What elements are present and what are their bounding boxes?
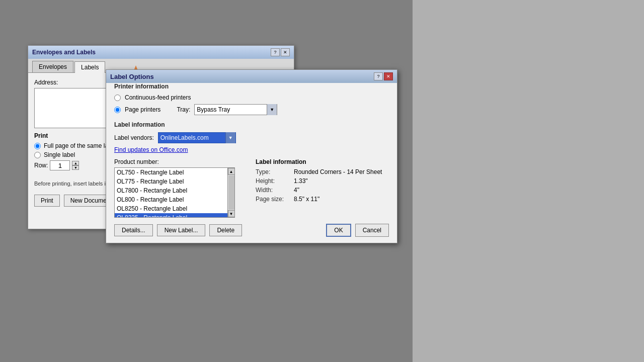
height-row: Height: 1.33" bbox=[256, 177, 389, 185]
page-printers-radio[interactable] bbox=[114, 107, 121, 113]
type-value: Rounded Corners - 14 Per Sheet bbox=[294, 168, 382, 175]
printer-info-title: Printer information bbox=[114, 83, 389, 90]
product-list: OL750 - Rectangle Label OL775 - Rectangl… bbox=[114, 167, 235, 218]
full-page-radio[interactable] bbox=[34, 143, 41, 149]
env-close-button[interactable]: ✕ bbox=[281, 48, 290, 56]
label-info-section: Label information Label vendors: OnlineL… bbox=[114, 121, 389, 153]
address-box bbox=[34, 88, 110, 128]
page-size-key: Page size: bbox=[256, 196, 291, 203]
details-button[interactable]: Details... bbox=[114, 224, 153, 236]
page-size-value: 8.5" x 11" bbox=[294, 196, 319, 203]
row-spinner: ▲ ▼ bbox=[72, 161, 79, 170]
lbl-dialog-content: Printer information Continuous-feed prin… bbox=[106, 83, 397, 243]
list-item[interactable]: OL800 - Rectangle Label bbox=[115, 195, 234, 204]
scroll-up-button[interactable]: ▲ bbox=[228, 168, 235, 175]
tab-labels[interactable]: Labels bbox=[74, 61, 105, 73]
list-item-selected[interactable]: OL8325 - Rectangle Label bbox=[115, 213, 234, 218]
single-label-label: Single label bbox=[44, 151, 75, 158]
lbl-close-button[interactable]: ✕ bbox=[384, 72, 393, 80]
type-row: Type: Rounded Corners - 14 Per Sheet bbox=[256, 168, 389, 175]
label-info-title: Label information bbox=[114, 121, 389, 128]
continuous-feed-radio[interactable] bbox=[114, 95, 121, 101]
vendor-dropdown-arrow[interactable]: ▼ bbox=[225, 132, 235, 143]
delete-button[interactable]: Delete bbox=[209, 224, 242, 236]
right-panel bbox=[413, 0, 644, 362]
product-number-col: Product number: OL750 - Rectangle Label … bbox=[114, 158, 248, 218]
row-number-input[interactable] bbox=[50, 160, 70, 170]
vendor-value: OnlineLabels.com bbox=[158, 133, 225, 142]
env-help-button[interactable]: ? bbox=[271, 48, 280, 56]
env-title-buttons: ? ✕ bbox=[271, 48, 290, 56]
lbl-bottom-buttons: Details... New Label... Delete OK Cancel bbox=[114, 224, 389, 237]
height-value: 1.33" bbox=[294, 177, 308, 185]
lbl-cancel-button[interactable]: Cancel bbox=[355, 224, 389, 237]
lbl-dialog-title: Label Options bbox=[110, 73, 154, 80]
print-button[interactable]: Print bbox=[34, 195, 60, 207]
vendor-row: Label vendors: OnlineLabels.com ▼ bbox=[114, 132, 389, 143]
lbl-title-buttons: ? ✕ bbox=[374, 72, 393, 80]
lbl-help-button[interactable]: ? bbox=[374, 72, 383, 80]
vendor-label: Label vendors: bbox=[114, 134, 154, 141]
tray-dropdown-arrow[interactable]: ▼ bbox=[267, 104, 277, 115]
list-item[interactable]: OL750 - Rectangle Label bbox=[115, 168, 234, 177]
height-key: Height: bbox=[256, 177, 291, 185]
page-size-row: Page size: 8.5" x 11" bbox=[256, 196, 389, 203]
tab-envelopes[interactable]: Envelopes bbox=[32, 61, 73, 72]
printer-info-section: Printer information Continuous-feed prin… bbox=[114, 83, 389, 115]
single-label-radio[interactable] bbox=[34, 152, 41, 158]
continuous-feed-label: Continuous-feed printers bbox=[125, 94, 191, 101]
ok-button[interactable]: OK bbox=[326, 224, 351, 237]
lbl-right-buttons: OK Cancel bbox=[326, 224, 389, 237]
label-options-dialog: Label Options ? ✕ Printer information Co… bbox=[106, 69, 397, 243]
product-section: Product number: OL750 - Rectangle Label … bbox=[114, 158, 389, 218]
label-info-col-title: Label information bbox=[256, 158, 389, 165]
find-updates-link[interactable]: Find updates on Office.com bbox=[114, 146, 389, 153]
row-spin-down[interactable]: ▼ bbox=[72, 165, 79, 170]
list-scrollbar: ▲ ▼ bbox=[227, 168, 234, 217]
vendor-dropdown[interactable]: OnlineLabels.com ▼ bbox=[158, 132, 236, 143]
list-item[interactable]: OL7800 - Rectangle Label bbox=[115, 186, 234, 195]
env-dialog-title: Envelopes and Labels bbox=[32, 49, 96, 56]
tray-value: Bypass Tray bbox=[195, 105, 267, 114]
width-value: 4" bbox=[294, 187, 299, 194]
new-label-button[interactable]: New Label... bbox=[157, 224, 206, 236]
scroll-thumb[interactable] bbox=[228, 175, 234, 210]
page-printers-label: Page printers bbox=[125, 106, 160, 113]
row-label: Row: bbox=[34, 162, 48, 169]
continuous-feed-row: Continuous-feed printers bbox=[114, 94, 389, 101]
env-titlebar: Envelopes and Labels ? ✕ bbox=[28, 46, 294, 59]
lbl-titlebar: Label Options ? ✕ bbox=[106, 70, 397, 83]
tray-row: Tray: Bypass Tray ▼ bbox=[177, 104, 277, 115]
page-printers-row: Page printers Tray: Bypass Tray ▼ bbox=[114, 104, 389, 115]
row-spin-up[interactable]: ▲ bbox=[72, 161, 79, 165]
list-item[interactable]: OL775 - Rectangle Label bbox=[115, 177, 234, 186]
label-info-col: Label information Type: Rounded Corners … bbox=[256, 158, 389, 218]
tray-dropdown[interactable]: Bypass Tray ▼ bbox=[194, 104, 277, 115]
width-key: Width: bbox=[256, 187, 291, 194]
product-number-label: Product number: bbox=[114, 158, 248, 165]
type-key: Type: bbox=[256, 168, 291, 175]
scroll-down-button[interactable]: ▼ bbox=[228, 210, 235, 217]
lbl-left-buttons: Details... New Label... Delete bbox=[114, 224, 242, 236]
tray-label: Tray: bbox=[177, 106, 190, 113]
product-list-inner: OL750 - Rectangle Label OL775 - Rectangl… bbox=[115, 168, 234, 218]
list-item[interactable]: OL8250 - Rectangle Label bbox=[115, 204, 234, 213]
width-row: Width: 4" bbox=[256, 187, 389, 194]
